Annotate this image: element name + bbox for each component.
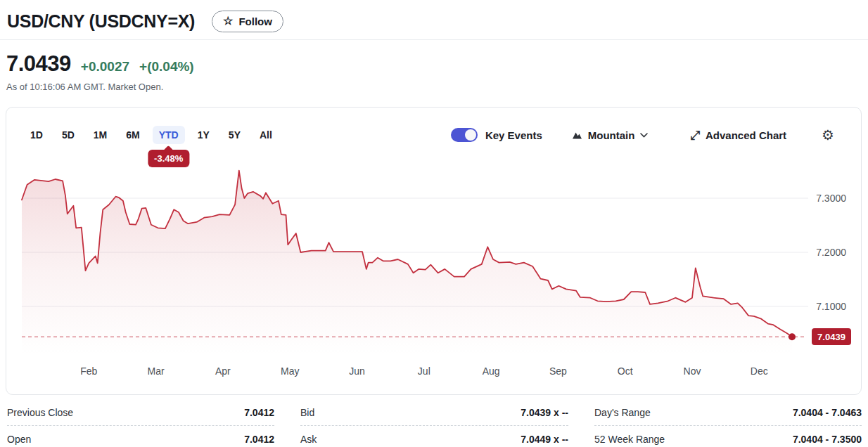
star-icon: ☆ [223,15,233,27]
ytd-change-badge: -3.48% [148,150,189,167]
chart-type-dropdown[interactable]: Mountain [572,129,649,141]
stat-label: Previous Close [7,407,73,418]
tab-ytd[interactable]: YTD -3.48% [153,126,185,144]
price-timestamp: As of 10:16:06 AM GMT. Market Open. [0,77,868,92]
svg-text:7.2000: 7.2000 [816,247,846,258]
tab-all[interactable]: All [253,126,279,144]
svg-text:May: May [281,365,299,377]
tab-6m[interactable]: 6M [120,126,146,144]
quote-stats: Previous Close 7.0412 Bid 7.0439 x -- Da… [0,399,868,447]
tab-5y[interactable]: 5Y [222,126,247,144]
price-change: +0.0027 [81,59,129,74]
stat-value: 7.0404 - 7.0463 [793,407,862,418]
stat-value: 7.0412 [244,434,274,445]
page-title: USD/CNY (USDCNY=X) [7,11,195,32]
svg-text:Jun: Jun [349,365,365,377]
stat-label: 52 Week Range [594,434,665,445]
stat-previous-close: Previous Close 7.0412 [7,399,274,426]
chart-toolbar: 1D 5D 1M 6M YTD -3.48% 1Y 5Y All Key Eve… [6,108,861,144]
stat-ask: Ask 7.0449 x -- [300,426,568,447]
svg-text:Mar: Mar [148,365,165,377]
follow-label: Follow [238,15,272,27]
stat-value: 7.0449 x -- [521,434,568,445]
svg-text:7.1000: 7.1000 [816,301,846,312]
price-section: 7.0439 +0.0027 +(0.04%) [0,40,868,77]
svg-text:Nov: Nov [684,365,701,377]
tab-ytd-label: YTD [159,129,179,141]
follow-button[interactable]: ☆ Follow [212,11,283,32]
key-events-control: Key Events [451,128,542,142]
chevron-down-icon [640,133,648,138]
svg-text:Jul: Jul [418,365,430,377]
chart-type-label: Mountain [588,129,635,141]
stat-value: 7.0404 - 7.3500 [793,434,862,445]
stat-label: Ask [300,434,317,445]
stat-open: Open 7.0412 [7,426,274,447]
stat-value: 7.0439 x -- [521,407,568,418]
toggle-knob [465,129,476,141]
stat-label: Open [7,434,31,445]
chart-tools: Key Events Mountain ⤢ Advanced Chart ⚙ [451,128,834,142]
stat-days-range: Day's Range 7.0404 - 7.0463 [594,399,862,426]
current-price: 7.0439 [6,51,71,77]
tab-1y[interactable]: 1Y [191,126,216,144]
price-chart[interactable]: 7.30007.20007.1000FebMarAprMayJunJulAugS… [6,108,862,396]
stat-label: Day's Range [594,407,651,418]
price-change-percent: +(0.04%) [139,59,194,74]
key-events-toggle[interactable] [451,128,478,142]
stat-label: Bid [300,407,314,418]
mountain-icon [572,130,582,140]
key-events-label: Key Events [485,129,542,141]
settings-gear-icon[interactable]: ⚙ [822,128,834,142]
tab-1d[interactable]: 1D [24,126,49,144]
chart-card: 7.30007.20007.1000FebMarAprMayJunJulAugS… [6,107,862,395]
quote-header: USD/CNY (USDCNY=X) ☆ Follow [0,0,868,40]
svg-text:Apr: Apr [215,365,231,377]
svg-text:Feb: Feb [80,365,97,377]
current-price-badge: 7.0439 [812,328,851,345]
advanced-chart-label: Advanced Chart [706,129,786,141]
stat-bid: Bid 7.0439 x -- [300,399,568,426]
expand-arrow-icon: ⤢ [690,129,700,141]
svg-text:7.3000: 7.3000 [816,193,846,204]
tab-1m[interactable]: 1M [87,126,113,144]
svg-text:Oct: Oct [618,365,633,377]
svg-text:Dec: Dec [751,365,768,377]
tab-5d[interactable]: 5D [56,126,81,144]
stat-value: 7.0412 [244,407,274,418]
advanced-chart-button[interactable]: ⤢ Advanced Chart [690,129,786,141]
stat-52-week-range: 52 Week Range 7.0404 - 7.3500 [594,426,862,447]
svg-text:Aug: Aug [483,365,500,377]
svg-text:Sep: Sep [549,365,567,377]
